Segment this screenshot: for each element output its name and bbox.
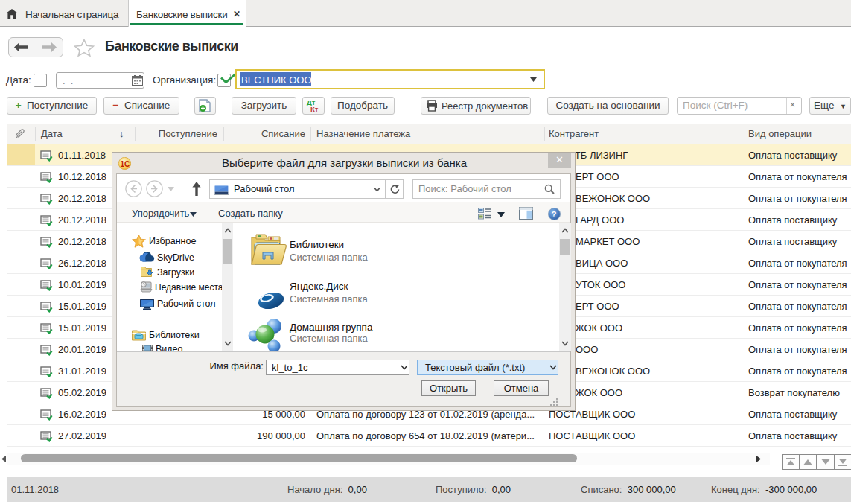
svg-text:?: ?	[552, 210, 557, 219]
